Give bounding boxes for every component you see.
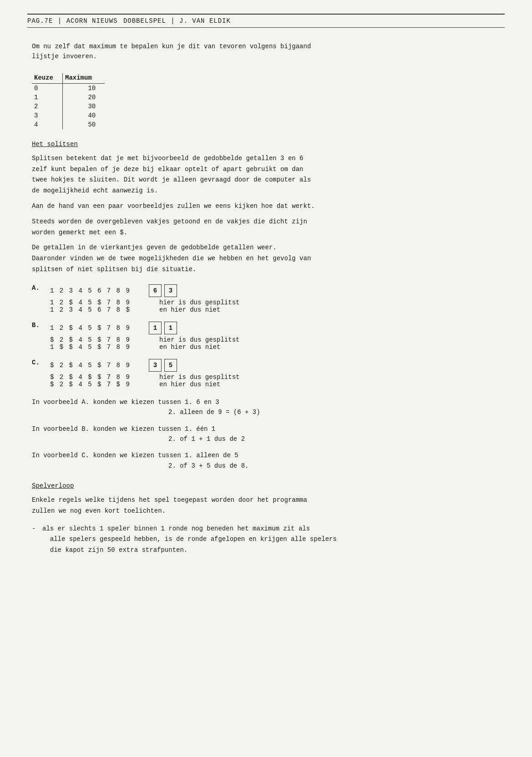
- bullet-section: - als er slechts 1 speler binnen 1 ronde…: [32, 524, 500, 556]
- example-a-sub1: 1 2 $ 4 5 $ 7 8 9 hier is dus gesplitst: [50, 299, 500, 306]
- keuze-0: 0: [32, 83, 63, 93]
- example-b-content: 1 2 $ 4 5 $ 7 8 9 1 1 $ 2 $ 4 5 $ 7 8 9 …: [50, 322, 500, 351]
- header-sep1: |: [54, 17, 65, 25]
- magazine-name: ACORN NIEUWS: [66, 17, 118, 25]
- example-b-label: B.: [32, 322, 46, 329]
- example-a-sub1-seq: 1 2 $ 4 5 $ 7 8 9: [50, 299, 141, 306]
- topic-name: DOBBELSPEL: [123, 17, 166, 25]
- example-a: A. 1 2 3 4 5 6 7 8 9 6 3 1 2 $ 4 5 $ 7 8…: [32, 284, 500, 313]
- header-sep2: [118, 17, 122, 25]
- example-c-subs: $ 2 $ 4 $ $ 7 8 9 hier is dus gesplitst …: [50, 373, 500, 388]
- splitsen-title: Het splitsen: [32, 141, 500, 148]
- keuze-table-section: Keuze Maximum 0 10 1 20 2: [32, 73, 500, 129]
- max-2: 30: [63, 102, 105, 111]
- explanation-a: In voorbeeld A. konden we kiezen tussen …: [32, 397, 500, 418]
- example-a-sub2-text: en hier dus niet: [159, 306, 220, 313]
- col-maximum-header: Maximum: [63, 73, 105, 84]
- table-row: 4 50: [32, 120, 105, 129]
- keuze-3: 3: [32, 111, 63, 120]
- explanation-b-prefix: In voorbeeld B. konden we kiezen tussen …: [32, 425, 215, 433]
- example-b-sub1-seq: $ 2 $ 4 5 $ 7 8 9: [50, 336, 141, 343]
- example-a-dice: 6 3: [149, 284, 177, 297]
- dice-b-1: 1: [149, 322, 162, 334]
- examples-section: A. 1 2 3 4 5 6 7 8 9 6 3 1 2 $ 4 5 $ 7 8…: [32, 284, 500, 388]
- example-c-dice: 3 5: [149, 359, 177, 372]
- example-c-main: $ 2 $ 4 5 $ 7 8 9 3 5: [50, 359, 500, 372]
- explanation-b: In voorbeeld B. konden we kiezen tussen …: [32, 424, 500, 444]
- example-c-sub2: $ 2 $ 4 5 $ 7 $ 9 en hier dus niet: [50, 381, 500, 388]
- page-number-label: PAG.: [27, 17, 45, 25]
- bullet-item-1: - als er slechts 1 speler binnen 1 ronde…: [32, 524, 500, 556]
- keuze-4: 4: [32, 120, 63, 129]
- bullet-dash: -: [32, 524, 39, 556]
- page-header: PAG. 7E | ACORN NIEUWS DOBBELSPEL | J. V…: [27, 14, 505, 28]
- keuze-2: 2: [32, 102, 63, 111]
- splitsen-para2: Aan de hand van een paar voorbeeldjes zu…: [32, 201, 500, 212]
- page-number: 7E: [45, 17, 53, 25]
- example-c-sub1: $ 2 $ 4 $ $ 7 8 9 hier is dus gesplitst: [50, 373, 500, 381]
- example-b-dice: 1 1: [149, 322, 177, 334]
- spelverloop-title: Spelverloop: [32, 482, 500, 490]
- example-b-sub2-text: en hier dus niet: [159, 343, 220, 351]
- intro-line2: lijstje invoeren.: [32, 51, 500, 61]
- example-a-sub2-seq: 1 2 3 4 5 6 7 8 $: [50, 306, 141, 313]
- col-keuze-header: Keuze: [32, 73, 63, 84]
- example-b-sub1-text: hier is dus gesplitst: [159, 336, 239, 343]
- example-b-seq: 1 2 $ 4 5 $ 7 8 9: [50, 324, 131, 332]
- example-a-label: A.: [32, 284, 46, 292]
- example-c-seq: $ 2 $ 4 5 $ 7 8 9: [50, 362, 131, 369]
- example-c-content: $ 2 $ 4 5 $ 7 8 9 3 5 $ 2 $ 4 $ $ 7 8 9 …: [50, 359, 500, 388]
- dice-a-2: 3: [164, 284, 177, 297]
- explanations-section: In voorbeeld A. konden we kiezen tussen …: [32, 397, 500, 471]
- explanation-a-prefix: In voorbeeld A. konden we kiezen tussen …: [32, 399, 219, 406]
- example-c-sub2-seq: $ 2 $ 4 5 $ 7 $ 9: [50, 381, 141, 388]
- example-c-label: C.: [32, 359, 46, 366]
- example-a-main: 1 2 3 4 5 6 7 8 9 6 3: [50, 284, 500, 297]
- dice-c-2: 5: [164, 359, 177, 372]
- table-row: 0 10: [32, 83, 105, 93]
- example-b-sub1: $ 2 $ 4 5 $ 7 8 9 hier is dus gesplitst: [50, 336, 500, 343]
- example-c: C. $ 2 $ 4 5 $ 7 8 9 3 5 $ 2 $ 4 $ $ 7 8…: [32, 359, 500, 388]
- explanation-a-indent: 2. alleen de 9 = (6 + 3): [32, 407, 500, 417]
- example-a-content: 1 2 3 4 5 6 7 8 9 6 3 1 2 $ 4 5 $ 7 8 9 …: [50, 284, 500, 313]
- dice-a-1: 6: [149, 284, 162, 297]
- max-1: 20: [63, 93, 105, 102]
- keuze-table: Keuze Maximum 0 10 1 20 2: [32, 73, 105, 129]
- table-row: 2 30: [32, 102, 105, 111]
- example-a-sub1-text: hier is dus gesplitst: [159, 299, 239, 306]
- intro-paragraph: Om nu zelf dat maximum te bepalen kun je…: [32, 41, 500, 62]
- example-b-subs: $ 2 $ 4 5 $ 7 8 9 hier is dus gesplitst …: [50, 336, 500, 351]
- explanation-c-prefix: In voorbeeld C. konden we kiezen tussen …: [32, 452, 238, 459]
- spelverloop-para: Enkele regels welke tijdens het spel toe…: [32, 495, 500, 517]
- example-a-subs: 1 2 $ 4 5 $ 7 8 9 hier is dus gesplitst …: [50, 299, 500, 313]
- splitsen-para1: Splitsen betekent dat je met bijvoorbeel…: [32, 153, 500, 197]
- max-0: 10: [63, 83, 105, 93]
- max-4: 50: [63, 120, 105, 129]
- spelverloop-section: Spelverloop Enkele regels welke tijdens …: [32, 482, 500, 556]
- example-b: B. 1 2 $ 4 5 $ 7 8 9 1 1 $ 2 $ 4 5 $ 7 8…: [32, 322, 500, 351]
- max-3: 40: [63, 111, 105, 120]
- keuze-1: 1: [32, 93, 63, 102]
- explanation-c: In voorbeeld C. konden we kiezen tussen …: [32, 450, 500, 471]
- table-row: 3 40: [32, 111, 105, 120]
- author-name: J. VAN ELDIK: [179, 17, 231, 25]
- example-c-sub1-seq: $ 2 $ 4 $ $ 7 8 9: [50, 373, 141, 381]
- dice-b-2: 1: [164, 322, 177, 334]
- example-a-sub2: 1 2 3 4 5 6 7 8 $ en hier dus niet: [50, 306, 500, 313]
- page: PAG. 7E | ACORN NIEUWS DOBBELSPEL | J. V…: [0, 0, 532, 757]
- main-content: Om nu zelf dat maximum te bepalen kun je…: [27, 41, 505, 556]
- example-b-main: 1 2 $ 4 5 $ 7 8 9 1 1: [50, 322, 500, 334]
- splitsen-para3: Steeds worden de overgebleven vakjes get…: [32, 217, 500, 238]
- example-c-sub1-text: hier is dus gesplitst: [159, 373, 239, 381]
- explanation-b-indent: 2. of 1 + 1 dus de 2: [32, 434, 500, 444]
- splitsen-para4: De getallen in de vierkantjes geven de g…: [32, 242, 500, 275]
- dice-c-1: 3: [149, 359, 162, 372]
- header-sep3: |: [167, 17, 178, 25]
- bullet-text: als er slechts 1 speler binnen 1 ronde n…: [42, 524, 500, 556]
- example-a-seq: 1 2 3 4 5 6 7 8 9: [50, 287, 131, 294]
- example-c-sub2-text: en hier dus niet: [159, 381, 220, 388]
- example-b-sub2: 1 $ $ 4 5 $ 7 8 9 en hier dus niet: [50, 343, 500, 351]
- explanation-c-indent: 2. of 3 + 5 dus de 8.: [32, 461, 500, 471]
- example-b-sub2-seq: 1 $ $ 4 5 $ 7 8 9: [50, 343, 141, 351]
- intro-line1: Om nu zelf dat maximum te bepalen kun je…: [32, 41, 500, 51]
